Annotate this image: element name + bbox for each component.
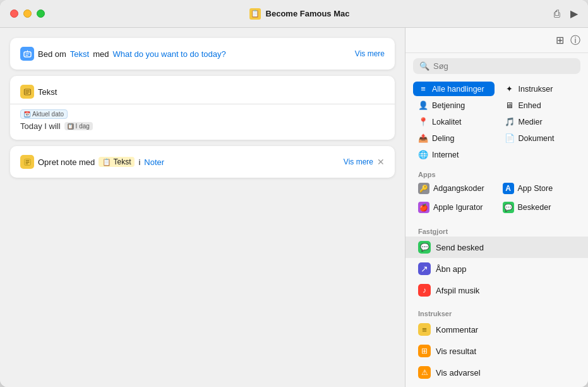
vis-resultat-label: Vis resultat [436, 347, 476, 356]
vis-resultat-icon: ⊞ [418, 345, 431, 357]
alle-handlinger-label: Alle handlinger [432, 85, 484, 94]
maximize-button[interactable] [37, 9, 45, 18]
aktuel-dato-label: Aktuel dato [32, 111, 64, 118]
app-window: 📋 Become Famous Mac ⎙ ▶ [0, 0, 588, 387]
text-block-icon [20, 85, 34, 99]
vis-advarsel-label: Vis advarsel [436, 368, 481, 378]
create-note-vis-mere[interactable]: Vis mere [344, 157, 373, 166]
app-apple-igurator[interactable]: 🍎 Apple Igurator [413, 199, 496, 216]
internet-label: Internet [432, 150, 459, 159]
abn-app-label: Åbn app [436, 264, 466, 274]
app-adgangskoder[interactable]: 🔑 Adgangskoder [413, 180, 496, 197]
action-kommentar[interactable]: ≡ Kommentar [405, 319, 588, 340]
deling-icon: 📤 [418, 133, 428, 143]
category-betjening[interactable]: 👤 Betjening [413, 98, 495, 113]
text-block-content: 📅 Aktuel dato Today I will 📋 I dag [20, 109, 385, 131]
right-header: ⊞ ⓘ [405, 28, 588, 53]
text-block-label: Tekst [38, 87, 57, 97]
i-dag-badge: 📋 I dag [64, 122, 93, 130]
action-sporg-efter-input[interactable]: ✎ Spørg efter input [405, 383, 588, 387]
instrukser-cat-label: Instrukser [519, 85, 553, 94]
vis-advarsel-icon: ⚠ [418, 366, 431, 379]
send-besked-icon: 💬 [418, 241, 431, 254]
minimize-button[interactable] [23, 9, 32, 18]
ask-vis-mere[interactable]: Vis mere [355, 49, 385, 58]
fastgjort-label: Fastgjort [405, 224, 588, 236]
right-panel: ⊞ ⓘ 🔍 ≡ Alle handlinger ✦ Instrukser [405, 28, 588, 387]
category-medier[interactable]: 🎵 Medier [500, 114, 581, 129]
window-title: Become Famous Mac [266, 9, 350, 18]
category-enhed[interactable]: 🖥 Enhed [500, 98, 581, 113]
category-lokalitet[interactable]: 📍 Lokalitet [413, 114, 495, 129]
ask-text-card: Bed om Tekst med What do you want to do … [10, 38, 395, 70]
ask-middle: med [93, 49, 109, 59]
action-vis-resultat[interactable]: ⊞ Vis resultat [405, 340, 588, 362]
text-content-row: Today I will 📋 I dag [20, 121, 385, 131]
medier-icon: 🎵 [505, 117, 515, 126]
app-beskeder[interactable]: 💬 Beskeder [498, 199, 581, 216]
lokalitet-label: Lokalitet [432, 118, 462, 126]
search-bar[interactable]: 🔍 [413, 58, 580, 74]
titlebar-actions: ⎙ ▶ [554, 8, 578, 20]
text-block-header: Tekst [20, 85, 385, 99]
category-instrukser[interactable]: ✦ Instrukser [500, 82, 581, 96]
aktuel-dato-icon: 📅 [24, 111, 30, 118]
play-button[interactable]: ▶ [570, 8, 578, 20]
titlebar-icon: 📋 [249, 8, 261, 20]
ask-tag2[interactable]: What do you want to do today? [112, 49, 225, 59]
ask-prefix: Bed om [38, 49, 66, 59]
adgangskoder-icon: 🔑 [418, 183, 429, 194]
left-panel: Bed om Tekst med What do you want to do … [0, 28, 405, 387]
aktuel-dato-badge: 📅 Aktuel dato [20, 109, 68, 119]
create-note-row: Opret note med 📋 Tekst i Noter Vis mere … [20, 155, 385, 169]
add-action-button[interactable]: ⊞ [556, 34, 564, 47]
app-app-store[interactable]: A App Store [498, 180, 581, 197]
action-abn-app[interactable]: ↗ Åbn app [405, 258, 588, 280]
afspil-musik-label: Afspil musik [436, 286, 479, 295]
apps-section-label: Apps [405, 167, 588, 180]
enhed-icon: 🖥 [505, 101, 515, 110]
action-vis-advarsel[interactable]: ⚠ Vis advarsel [405, 362, 588, 383]
create-note-tag[interactable]: 📋 Tekst [99, 157, 135, 167]
text-block-divider [10, 104, 395, 104]
category-dokument[interactable]: 📄 Dokument [500, 131, 581, 145]
titlebar: 📋 Become Famous Mac ⎙ ▶ [0, 0, 588, 28]
instrukser-cat-icon: ✦ [505, 84, 515, 94]
create-note-app[interactable]: Noter [144, 157, 164, 167]
create-note-prefix: Opret note med [38, 157, 95, 167]
category-deling[interactable]: 📤 Deling [413, 131, 495, 145]
action-afspil-musik[interactable]: ♪ Afspil musik [405, 280, 588, 301]
ask-tag1[interactable]: Tekst [70, 49, 89, 59]
action-list: Apps 🔑 Adgangskoder A App Store 🍎 Apple … [405, 167, 588, 387]
kommentar-label: Kommentar [436, 325, 478, 335]
action-send-besked[interactable]: 💬 Send besked [405, 236, 588, 258]
ask-text-row: Bed om Tekst med What do you want to do … [20, 47, 385, 61]
internet-icon: 🌐 [418, 150, 428, 159]
apps-row: 🔑 Adgangskoder A App Store 🍎 Apple Igura… [405, 180, 588, 216]
category-internet[interactable]: 🌐 Internet [413, 147, 495, 162]
apple-igurator-label: Apple Igurator [433, 203, 483, 212]
beskeder-icon: 💬 [503, 202, 514, 213]
i-dag-icon: 📋 [68, 123, 74, 130]
create-note-close[interactable]: ✕ [377, 157, 385, 167]
betjening-icon: 👤 [418, 101, 428, 110]
abn-app-icon: ↗ [418, 262, 431, 275]
search-input[interactable] [433, 61, 574, 71]
kommentar-icon: ≡ [418, 323, 431, 336]
betjening-label: Betjening [432, 101, 465, 110]
share-button[interactable]: ⎙ [554, 8, 560, 20]
text-block-card: Tekst 📅 Aktuel dato Today I will 📋 [10, 76, 395, 140]
categories-grid: ≡ Alle handlinger ✦ Instrukser 👤 Betjeni… [405, 79, 588, 167]
i-dag-label: I dag [76, 123, 90, 130]
titlebar-title-group: 📋 Become Famous Mac [45, 8, 554, 20]
info-button[interactable]: ⓘ [570, 34, 580, 47]
dokument-icon: 📄 [505, 133, 515, 143]
category-alle-handlinger[interactable]: ≡ Alle handlinger [413, 82, 495, 96]
aktuel-dato-row: 📅 Aktuel dato [20, 109, 385, 119]
afspil-musik-icon: ♪ [418, 284, 431, 297]
instrukser-label: Instrukser [405, 306, 588, 319]
today-text: Today I will [20, 121, 61, 131]
enhed-label: Enhed [519, 101, 541, 110]
deling-label: Deling [432, 134, 454, 143]
close-button[interactable] [10, 9, 18, 18]
